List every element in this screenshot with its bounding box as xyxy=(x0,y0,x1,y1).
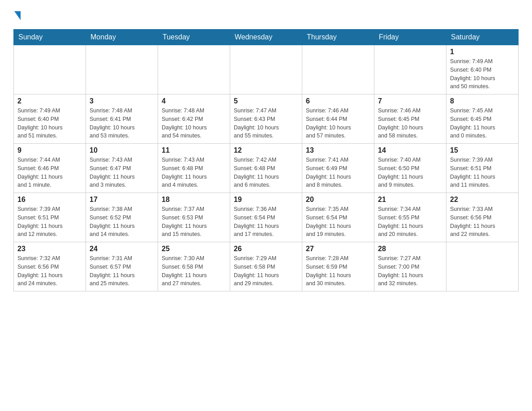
day-info: Sunrise: 7:43 AM Sunset: 6:48 PM Dayligh… xyxy=(162,156,226,189)
day-number: 5 xyxy=(234,97,298,105)
calendar-cell: 14Sunrise: 7:40 AM Sunset: 6:50 PM Dayli… xyxy=(374,144,446,193)
day-info: Sunrise: 7:36 AM Sunset: 6:54 PM Dayligh… xyxy=(234,205,298,239)
calendar-cell: 1Sunrise: 7:49 AM Sunset: 6:40 PM Daylig… xyxy=(446,45,519,94)
day-info: Sunrise: 7:44 AM Sunset: 6:46 PM Dayligh… xyxy=(17,156,82,189)
day-number: 17 xyxy=(90,196,154,204)
calendar-cell: 23Sunrise: 7:32 AM Sunset: 6:56 PM Dayli… xyxy=(14,242,86,291)
logo-arrow-icon xyxy=(14,11,21,20)
day-number: 4 xyxy=(162,97,226,105)
calendar-cell: 3Sunrise: 7:48 AM Sunset: 6:41 PM Daylig… xyxy=(86,94,158,144)
day-info: Sunrise: 7:29 AM Sunset: 6:58 PM Dayligh… xyxy=(234,254,298,288)
calendar-cell: 26Sunrise: 7:29 AM Sunset: 6:58 PM Dayli… xyxy=(230,242,302,291)
day-number: 20 xyxy=(306,196,370,204)
calendar-cell xyxy=(446,242,519,291)
day-number: 7 xyxy=(378,97,442,105)
day-number: 19 xyxy=(234,196,298,204)
calendar-cell xyxy=(230,45,302,94)
calendar-cell xyxy=(158,45,230,94)
day-info: Sunrise: 7:32 AM Sunset: 6:56 PM Dayligh… xyxy=(17,254,82,288)
day-info: Sunrise: 7:47 AM Sunset: 6:43 PM Dayligh… xyxy=(234,107,298,140)
day-number: 3 xyxy=(90,97,154,105)
week-row: 9Sunrise: 7:44 AM Sunset: 6:46 PM Daylig… xyxy=(14,144,519,193)
day-info: Sunrise: 7:48 AM Sunset: 6:41 PM Dayligh… xyxy=(90,107,154,140)
day-of-week-header: Friday xyxy=(374,30,446,45)
day-number: 12 xyxy=(234,146,298,154)
day-number: 26 xyxy=(234,245,298,253)
day-number: 2 xyxy=(17,97,82,105)
calendar-table: SundayMondayTuesdayWednesdayThursdayFrid… xyxy=(13,29,519,291)
day-number: 16 xyxy=(17,196,82,204)
day-info: Sunrise: 7:39 AM Sunset: 6:51 PM Dayligh… xyxy=(17,205,82,239)
day-info: Sunrise: 7:42 AM Sunset: 6:48 PM Dayligh… xyxy=(234,156,298,189)
day-info: Sunrise: 7:31 AM Sunset: 6:57 PM Dayligh… xyxy=(90,254,154,288)
page-header xyxy=(13,9,519,20)
calendar-cell: 20Sunrise: 7:35 AM Sunset: 6:54 PM Dayli… xyxy=(302,193,374,242)
calendar-cell: 15Sunrise: 7:39 AM Sunset: 6:51 PM Dayli… xyxy=(446,144,519,193)
day-of-week-header: Thursday xyxy=(302,30,374,45)
calendar-cell xyxy=(374,45,446,94)
day-number: 11 xyxy=(162,146,226,154)
day-number: 8 xyxy=(450,97,515,105)
day-info: Sunrise: 7:38 AM Sunset: 6:52 PM Dayligh… xyxy=(90,205,154,239)
day-of-week-header: Wednesday xyxy=(230,30,302,45)
calendar-cell: 5Sunrise: 7:47 AM Sunset: 6:43 PM Daylig… xyxy=(230,94,302,144)
calendar-cell: 22Sunrise: 7:33 AM Sunset: 6:56 PM Dayli… xyxy=(446,193,519,242)
day-info: Sunrise: 7:48 AM Sunset: 6:42 PM Dayligh… xyxy=(162,107,226,140)
day-number: 9 xyxy=(17,146,82,154)
calendar-cell: 17Sunrise: 7:38 AM Sunset: 6:52 PM Dayli… xyxy=(86,193,158,242)
day-info: Sunrise: 7:45 AM Sunset: 6:45 PM Dayligh… xyxy=(450,107,515,140)
week-row: 16Sunrise: 7:39 AM Sunset: 6:51 PM Dayli… xyxy=(14,193,519,242)
calendar-header-row: SundayMondayTuesdayWednesdayThursdayFrid… xyxy=(14,30,519,45)
day-of-week-header: Sunday xyxy=(14,30,86,45)
day-number: 22 xyxy=(450,196,515,204)
day-number: 21 xyxy=(378,196,442,204)
calendar-cell: 28Sunrise: 7:27 AM Sunset: 7:00 PM Dayli… xyxy=(374,242,446,291)
week-row: 1Sunrise: 7:49 AM Sunset: 6:40 PM Daylig… xyxy=(14,45,519,94)
calendar-cell: 6Sunrise: 7:46 AM Sunset: 6:44 PM Daylig… xyxy=(302,94,374,144)
day-number: 14 xyxy=(378,146,442,154)
logo xyxy=(13,9,21,20)
day-number: 6 xyxy=(306,97,370,105)
day-of-week-header: Monday xyxy=(86,30,158,45)
day-number: 15 xyxy=(450,146,515,154)
calendar-cell: 10Sunrise: 7:43 AM Sunset: 6:47 PM Dayli… xyxy=(86,144,158,193)
day-info: Sunrise: 7:27 AM Sunset: 7:00 PM Dayligh… xyxy=(378,254,442,288)
week-row: 23Sunrise: 7:32 AM Sunset: 6:56 PM Dayli… xyxy=(14,242,519,291)
day-number: 1 xyxy=(450,48,515,56)
day-info: Sunrise: 7:37 AM Sunset: 6:53 PM Dayligh… xyxy=(162,205,226,239)
day-info: Sunrise: 7:49 AM Sunset: 6:40 PM Dayligh… xyxy=(17,107,82,140)
day-of-week-header: Saturday xyxy=(446,30,519,45)
day-of-week-header: Tuesday xyxy=(158,30,230,45)
calendar-cell: 11Sunrise: 7:43 AM Sunset: 6:48 PM Dayli… xyxy=(158,144,230,193)
calendar-cell xyxy=(86,45,158,94)
calendar-cell xyxy=(14,45,86,94)
week-row: 2Sunrise: 7:49 AM Sunset: 6:40 PM Daylig… xyxy=(14,94,519,144)
day-info: Sunrise: 7:46 AM Sunset: 6:45 PM Dayligh… xyxy=(378,107,442,140)
day-number: 23 xyxy=(17,245,82,253)
day-info: Sunrise: 7:43 AM Sunset: 6:47 PM Dayligh… xyxy=(90,156,154,189)
day-info: Sunrise: 7:35 AM Sunset: 6:54 PM Dayligh… xyxy=(306,205,370,239)
day-info: Sunrise: 7:41 AM Sunset: 6:49 PM Dayligh… xyxy=(306,156,370,189)
day-number: 25 xyxy=(162,245,226,253)
day-number: 13 xyxy=(306,146,370,154)
calendar-cell: 12Sunrise: 7:42 AM Sunset: 6:48 PM Dayli… xyxy=(230,144,302,193)
calendar-cell: 4Sunrise: 7:48 AM Sunset: 6:42 PM Daylig… xyxy=(158,94,230,144)
day-number: 27 xyxy=(306,245,370,253)
calendar-cell: 21Sunrise: 7:34 AM Sunset: 6:55 PM Dayli… xyxy=(374,193,446,242)
day-number: 24 xyxy=(90,245,154,253)
calendar-cell: 13Sunrise: 7:41 AM Sunset: 6:49 PM Dayli… xyxy=(302,144,374,193)
calendar-cell xyxy=(302,45,374,94)
day-number: 28 xyxy=(378,245,442,253)
day-number: 18 xyxy=(162,196,226,204)
calendar-cell: 9Sunrise: 7:44 AM Sunset: 6:46 PM Daylig… xyxy=(14,144,86,193)
day-info: Sunrise: 7:34 AM Sunset: 6:55 PM Dayligh… xyxy=(378,205,442,239)
day-info: Sunrise: 7:40 AM Sunset: 6:50 PM Dayligh… xyxy=(378,156,442,189)
day-info: Sunrise: 7:30 AM Sunset: 6:58 PM Dayligh… xyxy=(162,254,226,288)
day-info: Sunrise: 7:28 AM Sunset: 6:59 PM Dayligh… xyxy=(306,254,370,288)
day-info: Sunrise: 7:33 AM Sunset: 6:56 PM Dayligh… xyxy=(450,205,515,239)
day-info: Sunrise: 7:39 AM Sunset: 6:51 PM Dayligh… xyxy=(450,156,515,189)
day-info: Sunrise: 7:49 AM Sunset: 6:40 PM Dayligh… xyxy=(450,57,515,91)
calendar-cell: 25Sunrise: 7:30 AM Sunset: 6:58 PM Dayli… xyxy=(158,242,230,291)
calendar-cell: 19Sunrise: 7:36 AM Sunset: 6:54 PM Dayli… xyxy=(230,193,302,242)
calendar-cell: 24Sunrise: 7:31 AM Sunset: 6:57 PM Dayli… xyxy=(86,242,158,291)
